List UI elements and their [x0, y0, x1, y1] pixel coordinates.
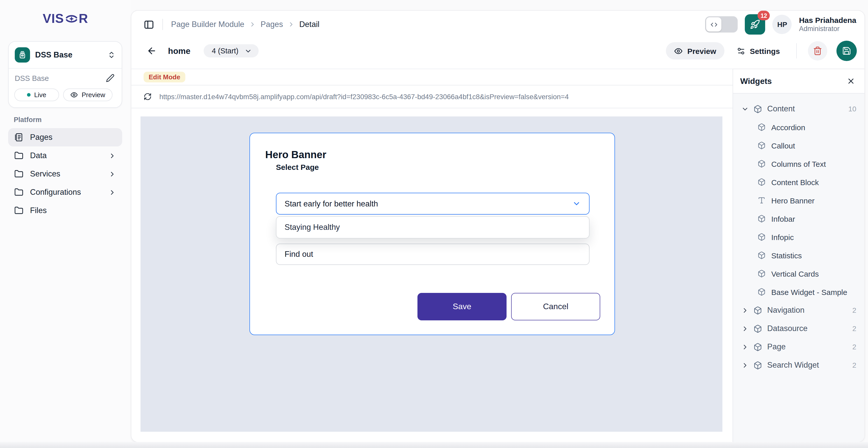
- widget-item-statistics[interactable]: Statistics: [733, 246, 864, 265]
- sidebar-item-data[interactable]: Data: [8, 146, 122, 165]
- group-count: 2: [852, 306, 856, 314]
- chevron-right-icon: [249, 21, 256, 28]
- workspace-selector[interactable]: DSS Base: [9, 42, 122, 68]
- close-icon[interactable]: [847, 77, 855, 85]
- workspace-preview-pill[interactable]: Preview: [63, 89, 113, 101]
- save-icon: [842, 46, 851, 56]
- preview-button[interactable]: Preview: [666, 42, 724, 60]
- widget-item-label: Hero Banner: [771, 196, 814, 205]
- sidebar-item-label: Files: [30, 206, 46, 215]
- page-title: home: [168, 46, 190, 56]
- draft-url: https://master.d1e4w74qvbm58j.amplifyapp…: [159, 93, 569, 100]
- edit-mode-bar: Edit Mode: [131, 69, 733, 85]
- widget-group-datasource[interactable]: Datasource 2: [733, 319, 864, 338]
- select-page-label: Select Page: [276, 163, 319, 171]
- code-icon: [706, 17, 722, 32]
- live-status-pill[interactable]: Live: [14, 89, 59, 101]
- settings-button[interactable]: Settings: [732, 46, 785, 55]
- breadcrumb-pages[interactable]: Pages: [261, 20, 283, 29]
- widget-group-content[interactable]: Content 10: [733, 100, 864, 118]
- cube-icon: [757, 251, 766, 259]
- eye-icon: [674, 46, 683, 55]
- group-label: Content: [767, 104, 795, 113]
- draft-url-bar: https://master.d1e4w74qvbm58j.amplifyapp…: [131, 85, 733, 108]
- widget-group-page[interactable]: Page 2: [733, 338, 864, 356]
- code-mode-toggle[interactable]: [705, 16, 738, 33]
- platform-nav: Pages Data S: [8, 128, 122, 220]
- widget-item-label: Infopic: [771, 233, 794, 241]
- widgets-panel-title: Widgets: [740, 76, 847, 86]
- preview-label: Preview: [687, 46, 716, 55]
- cube-icon: [753, 104, 762, 113]
- page-canvas[interactable]: Hero Banner Select Page Start early for …: [141, 116, 722, 432]
- widget-item-accordion[interactable]: Accordion: [733, 118, 864, 136]
- widget-item-callout[interactable]: Callout: [733, 136, 864, 154]
- arrow-left-icon[interactable]: [147, 46, 157, 56]
- cube-icon: [757, 233, 766, 241]
- cube-icon: [753, 343, 762, 351]
- avatar[interactable]: HP: [773, 15, 792, 34]
- widget-item-hero-banner[interactable]: Hero Banner: [733, 191, 864, 209]
- group-label: Search Widget: [767, 360, 819, 370]
- widget-item-label: Infobar: [771, 214, 795, 223]
- widget-item-content-block[interactable]: Content Block: [733, 173, 864, 191]
- platform-section-label: Platform: [14, 116, 42, 124]
- group-count: 2: [852, 343, 856, 351]
- button-text-input[interactable]: Find out: [276, 244, 590, 265]
- chevron-right-icon: [108, 152, 116, 160]
- type-icon: [757, 196, 766, 204]
- workspace-preview-label: Preview: [82, 91, 105, 99]
- panel-left-icon[interactable]: [144, 19, 154, 30]
- widget-item-infopic[interactable]: Infopic: [733, 228, 864, 246]
- refresh-icon[interactable]: [144, 93, 152, 101]
- group-count: 2: [852, 324, 856, 333]
- widget-item-infobar[interactable]: Infobar: [733, 209, 864, 228]
- logo-text-prefix: VIS: [43, 11, 64, 26]
- settings-label: Settings: [750, 46, 780, 55]
- cancel-button[interactable]: Cancel: [511, 293, 600, 320]
- live-label: Live: [34, 91, 46, 99]
- save-button[interactable]: Save: [417, 293, 506, 320]
- logo-eye-icon: [64, 13, 78, 24]
- dropdown-option-staying-healthy[interactable]: Staying Healthy: [276, 216, 590, 239]
- delete-page-button[interactable]: [808, 41, 827, 61]
- version-selector[interactable]: 4 (Start): [204, 44, 259, 58]
- cube-icon: [757, 270, 766, 278]
- editor-column: Edit Mode https://master.d1e4w74qvbm58j.…: [131, 69, 733, 442]
- publish-rocket-button[interactable]: 12: [745, 14, 766, 35]
- rocket-icon: [750, 19, 760, 30]
- user-info[interactable]: Has Priahadena Administrator: [799, 16, 856, 33]
- widget-group-search-widget[interactable]: Search Widget 2: [733, 356, 864, 374]
- user-name: Has Priahadena: [799, 16, 856, 25]
- save-page-button[interactable]: [836, 41, 857, 61]
- sidebar-item-services[interactable]: Services: [8, 165, 122, 183]
- widgets-list: Content 10 Accordion Callout: [733, 94, 864, 442]
- widget-item-columns-of-text[interactable]: Columns of Text: [733, 154, 864, 173]
- sidebar-item-configurations[interactable]: Configurations: [8, 183, 122, 201]
- cube-icon: [757, 160, 766, 168]
- breadcrumb-page-builder-module[interactable]: Page Builder Module: [171, 20, 244, 29]
- divider: [796, 43, 797, 59]
- widgets-panel: Widgets C: [733, 69, 864, 442]
- sidebar-item-pages[interactable]: Pages: [8, 128, 122, 146]
- cube-icon: [757, 288, 766, 296]
- sidebar-item-label: Services: [30, 169, 60, 178]
- main-panel: Page Builder Module Pages Detail: [131, 10, 865, 442]
- widget-item-base-widget-sample[interactable]: Base Widget - Sample: [733, 283, 864, 301]
- pencil-icon[interactable]: [106, 74, 115, 82]
- widget-group-navigation[interactable]: Navigation 2: [733, 301, 864, 319]
- left-sidebar: VIS R DSS Base: [0, 0, 131, 448]
- notebook-icon: [14, 133, 23, 142]
- version-label: 4 (Start): [212, 47, 239, 55]
- trash-icon: [813, 46, 822, 56]
- page-toolbar: home 4 (Start) Preview: [131, 33, 864, 69]
- top-header: Page Builder Module Pages Detail: [131, 11, 864, 33]
- widget-item-vertical-cards[interactable]: Vertical Cards: [733, 265, 864, 283]
- sidebar-item-files[interactable]: Files: [8, 201, 122, 220]
- select-page-dropdown[interactable]: Start early for better health: [276, 193, 590, 215]
- logo-text-suffix: R: [79, 11, 88, 26]
- folder-icon: [14, 151, 23, 160]
- widget-item-label: Callout: [771, 141, 795, 150]
- edit-mode-badge: Edit Mode: [144, 72, 185, 82]
- breadcrumb-detail: Detail: [299, 20, 319, 29]
